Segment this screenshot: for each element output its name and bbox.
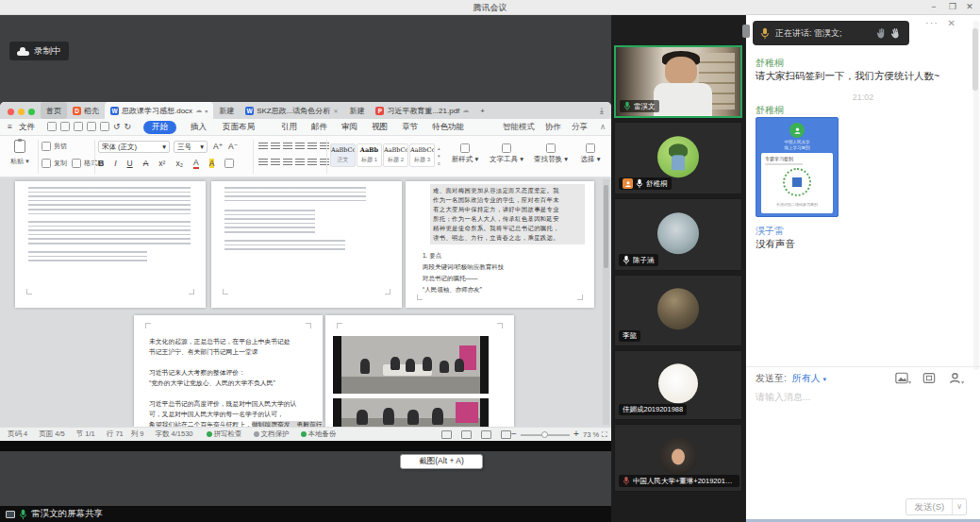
- character-shading-icon[interactable]: [224, 159, 234, 168]
- send-to-selector[interactable]: 所有人 ▾: [792, 372, 826, 385]
- view-mode-icon-1[interactable]: [441, 430, 452, 439]
- mac-traffic-lights[interactable]: [8, 102, 39, 119]
- align-right-icon[interactable]: [283, 159, 292, 166]
- close-icon[interactable]: ✕: [961, 0, 978, 15]
- image-attach-icon[interactable]: ▾: [895, 371, 911, 388]
- mac-close-icon[interactable]: [8, 109, 14, 115]
- open-icon[interactable]: [60, 122, 70, 131]
- collapse-ribbon-icon[interactable]: ∧: [600, 122, 606, 131]
- style-normal[interactable]: AaBbCcDd正文: [330, 143, 356, 167]
- highlight-color-icon[interactable]: A: [209, 159, 215, 168]
- underline-icon[interactable]: U: [127, 159, 133, 168]
- bold-icon[interactable]: B: [98, 159, 104, 168]
- redo-icon[interactable]: ↻: [125, 122, 132, 131]
- style-heading2[interactable]: AaBbCc标题 2: [383, 143, 408, 167]
- menu-tab-page-layout[interactable]: 页面布局: [223, 122, 255, 133]
- copy-button[interactable]: 复制: [42, 159, 67, 168]
- bullet-list-icon[interactable]: [258, 143, 268, 150]
- zoom-level[interactable]: 73 %: [583, 430, 599, 439]
- send-button[interactable]: 发送(S) ∨: [905, 498, 967, 515]
- minimize-icon[interactable]: −: [925, 0, 942, 15]
- superscript-icon[interactable]: x²: [158, 159, 165, 168]
- style-gallery-scroll[interactable]: ▴▾≡: [438, 144, 440, 167]
- local-backup-status[interactable]: 本地备份: [301, 429, 337, 439]
- new-style-button[interactable]: 新样式 ▾: [447, 143, 483, 164]
- participant-tile-jiameicheng[interactable]: 佳媚成2019201988: [614, 350, 742, 420]
- tab-new-1[interactable]: 新建: [213, 102, 240, 119]
- new-tab-button[interactable]: +: [474, 102, 490, 119]
- font-name-select[interactable]: 宋体 (正文)▾: [98, 141, 170, 153]
- tab-new-2[interactable]: 新建: [343, 102, 370, 119]
- style-heading3[interactable]: AaBbCc标题 3: [409, 143, 435, 167]
- undo-icon[interactable]: ↺: [113, 122, 121, 131]
- new-doc-icon[interactable]: [47, 122, 57, 131]
- document-area[interactable]: 难、面对梅园更加从容淡定而又态度坚定。我 作为一名国际政治专业的学生，应对在百年…: [0, 177, 611, 427]
- italic-icon[interactable]: I: [114, 159, 116, 168]
- share-button[interactable]: 分享: [572, 122, 588, 133]
- view-mode-icon-2[interactable]: [461, 430, 472, 439]
- chat-sender-name[interactable]: 舒稚桐: [756, 57, 784, 70]
- line-spacing-icon[interactable]: [307, 159, 317, 166]
- download-icon[interactable]: ⤓: [600, 106, 604, 116]
- tab-document-2[interactable]: WSKZ思政...话角色分析✕: [240, 102, 343, 119]
- chat-image-qr-card[interactable]: 中国人民大学 线上学习签到 专题学习签到 长按识别二维码参与签到: [756, 117, 839, 217]
- chat-sender-name[interactable]: 舒稚桐: [756, 104, 784, 117]
- screenshot-icon[interactable]: [922, 371, 936, 388]
- decrease-indent-icon[interactable]: [283, 143, 292, 150]
- chat-scrollbar-thumb[interactable]: [972, 28, 978, 91]
- menu-tab-review[interactable]: 审阅: [341, 122, 357, 133]
- zoom-in-icon[interactable]: +: [573, 429, 579, 439]
- align-center-icon[interactable]: [271, 159, 280, 166]
- menu-tab-view[interactable]: 视图: [372, 122, 388, 133]
- shrink-font-icon[interactable]: A⁻: [228, 142, 238, 151]
- text-tools-button[interactable]: 文字工具 ▾: [487, 143, 526, 164]
- participant-tile-shuzhitong[interactable]: 舒稚桐: [614, 122, 742, 194]
- cut-button[interactable]: 剪切: [42, 142, 67, 151]
- select-button[interactable]: 选择 ▾: [575, 143, 606, 164]
- show-marks-icon[interactable]: [307, 143, 317, 150]
- smart-mode-button[interactable]: 智能模式: [503, 122, 535, 133]
- chat-sender-name[interactable]: 淏子雷: [756, 225, 784, 238]
- font-size-select[interactable]: 三号▾: [174, 141, 208, 153]
- zoom-out-icon[interactable]: −: [511, 429, 517, 439]
- zoom-slider-knob[interactable]: [541, 431, 548, 438]
- menu-tab-references[interactable]: 引用: [281, 122, 297, 133]
- menu-tab-insert[interactable]: 插入: [191, 122, 207, 133]
- more-icon[interactable]: ···: [925, 17, 938, 28]
- fullscreen-icon[interactable]: ⛶: [602, 430, 607, 440]
- tab-pdf[interactable]: P习近平教育重...21.pdf☁: [370, 102, 474, 119]
- preview-icon[interactable]: [100, 122, 109, 131]
- participant-tile-liyi[interactable]: 李懿: [614, 275, 742, 346]
- doc-protection-status[interactable]: 文档保护: [254, 429, 290, 439]
- close-tab-icon[interactable]: ✕: [333, 108, 338, 114]
- increase-indent-icon[interactable]: [295, 143, 305, 150]
- mac-minimize-icon[interactable]: [18, 109, 25, 115]
- doc-scrollbar[interactable]: [603, 179, 609, 425]
- spell-check-status[interactable]: 拼写检查: [207, 429, 242, 439]
- menu-tab-mailings[interactable]: 邮件: [311, 122, 327, 133]
- tab-document-active[interactable]: W思政课学习感想.docx☁▾: [105, 102, 213, 119]
- doc-scrollbar-thumb[interactable]: [604, 185, 608, 268]
- shading-icon[interactable]: [320, 159, 329, 166]
- paste-button[interactable]: 粘贴 ▾: [6, 140, 34, 166]
- menu-file[interactable]: 文件: [19, 122, 35, 133]
- close-chat-icon[interactable]: ✕: [948, 18, 955, 28]
- save-icon[interactable]: [74, 122, 83, 131]
- print-icon[interactable]: [87, 122, 96, 131]
- panel-handle[interactable]: [742, 25, 750, 38]
- participant-tile-chenzihan[interactable]: 陈子涵: [614, 198, 742, 271]
- strikethrough-icon[interactable]: A: [143, 159, 149, 168]
- style-heading1[interactable]: AaBb标题 1: [357, 143, 382, 167]
- participant-tile-ruc-donglin[interactable]: 中国人民大学+董琳+2019201954: [614, 424, 742, 492]
- tab-home[interactable]: 首页: [41, 102, 67, 119]
- grow-font-icon[interactable]: A⁺: [213, 142, 223, 151]
- align-left-icon[interactable]: [258, 159, 268, 166]
- sort-icon[interactable]: [320, 143, 329, 150]
- numbered-list-icon[interactable]: [271, 143, 280, 150]
- mac-zoom-icon[interactable]: [28, 109, 35, 115]
- subscript-icon[interactable]: x₂: [175, 159, 183, 168]
- chevron-down-icon[interactable]: ▾: [205, 108, 208, 114]
- chat-input[interactable]: [754, 389, 966, 493]
- menu-tab-start[interactable]: 开始: [143, 121, 176, 134]
- view-mode-icon-4[interactable]: [501, 430, 511, 439]
